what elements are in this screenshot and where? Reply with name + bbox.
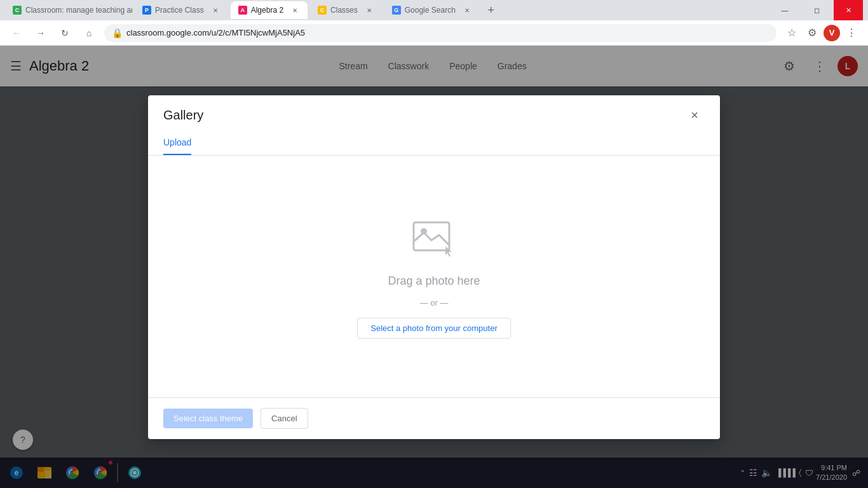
tab-5[interactable]: G Google Search ✕	[384, 1, 480, 19]
drag-photo-icon	[409, 214, 459, 264]
window-controls: — ◻ ✕	[770, 0, 863, 20]
tab-3-favicon: A	[238, 6, 247, 15]
url-input[interactable]: 🔒 classroom.google.com/u/2/c/MTI5NjcwMjA…	[104, 24, 776, 42]
search-icon[interactable]: ⚙	[803, 24, 821, 42]
tab-2[interactable]: P Practice Class ✕	[135, 1, 228, 19]
cancel-button[interactable]: Cancel	[261, 408, 308, 429]
bookmark-icon[interactable]: ☆	[783, 24, 801, 42]
dialog-tabs: Upload	[148, 131, 720, 156]
extensions-icon[interactable]: ⋮	[843, 24, 860, 42]
dialog-close-button[interactable]: ×	[684, 105, 705, 126]
dialog-title: Gallery	[163, 108, 203, 123]
dialog-header: Gallery ×	[148, 95, 720, 126]
close-button[interactable]: ✕	[834, 0, 863, 20]
tab-2-close[interactable]: ✕	[210, 5, 220, 15]
back-button[interactable]: ←	[8, 24, 25, 42]
select-theme-button[interactable]: Select class theme	[163, 409, 253, 428]
tab-4-close[interactable]: ✕	[364, 5, 374, 15]
tab-3-label: Algebra 2	[251, 6, 283, 15]
tab-5-close[interactable]: ✕	[462, 5, 472, 15]
tab-upload[interactable]: Upload	[163, 131, 191, 155]
toolbar-icons: ☆ ⚙ V ⋮	[783, 24, 860, 42]
gallery-dialog: Gallery × Upload	[148, 95, 720, 439]
tab-2-favicon: P	[142, 6, 151, 15]
tab-1-label: Classroom: manage teaching ar...	[25, 6, 132, 15]
tab-1-favicon: C	[13, 6, 22, 15]
url-text: classroom.google.com/u/2/c/MTI5NjcwMjA5N…	[126, 28, 305, 37]
dialog-overlay: Gallery × Upload	[0, 46, 868, 488]
tab-2-label: Practice Class	[155, 6, 204, 15]
dialog-footer: Select class theme Cancel	[148, 397, 720, 439]
minimize-button[interactable]: —	[770, 0, 799, 20]
forward-button[interactable]: →	[32, 24, 50, 42]
tab-3-close[interactable]: ✕	[290, 5, 300, 15]
dialog-body: Drag a photo here — or — Select a photo …	[148, 156, 720, 397]
chrome-user-avatar[interactable]: V	[824, 25, 840, 41]
reload-button[interactable]: ↻	[56, 24, 74, 42]
home-button[interactable]: ⌂	[80, 24, 98, 42]
tab-5-favicon: G	[392, 6, 401, 15]
tab-4-favicon: C	[318, 6, 327, 15]
tab-4-label: Classes	[330, 6, 358, 15]
address-bar: ← → ↻ ⌂ 🔒 classroom.google.com/u/2/c/MTI…	[0, 20, 868, 46]
drag-text: Drag a photo here	[388, 274, 480, 288]
tab-4[interactable]: C Classes ✕	[310, 1, 382, 19]
browser-frame: C Classroom: manage teaching ar... ✕ P P…	[0, 0, 868, 488]
restore-button[interactable]: ◻	[802, 0, 831, 20]
tab-5-label: Google Search	[405, 6, 456, 15]
title-bar: C Classroom: manage teaching ar... ✕ P P…	[0, 0, 868, 20]
select-photo-button[interactable]: Select a photo from your computer	[357, 318, 510, 339]
tab-1[interactable]: C Classroom: manage teaching ar... ✕	[5, 1, 132, 19]
new-tab-button[interactable]: +	[482, 1, 500, 19]
tab-3[interactable]: A Algebra 2 ✕	[231, 1, 308, 19]
app-container: ☰ Algebra 2 Stream Classwork People Grad…	[0, 46, 868, 488]
or-divider: — or —	[420, 298, 449, 308]
